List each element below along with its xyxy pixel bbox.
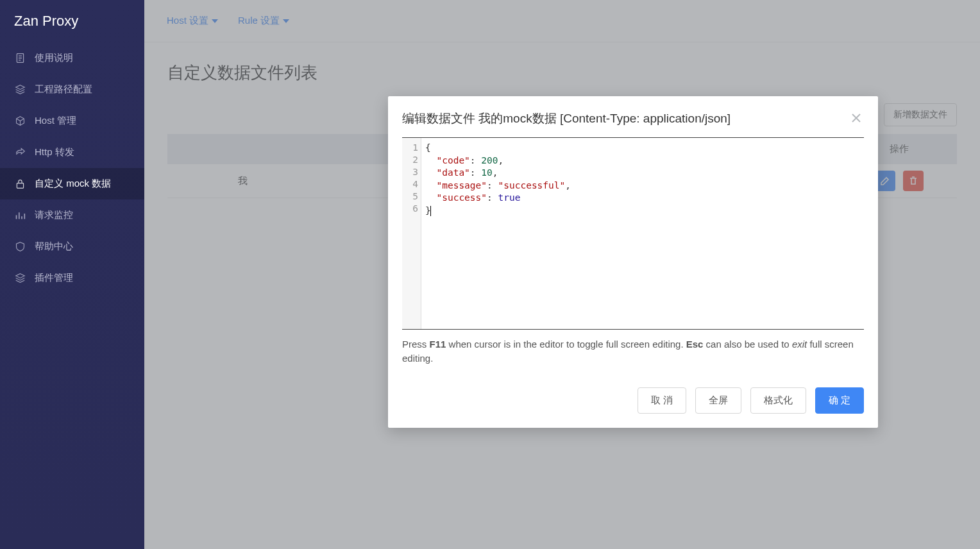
- modal-footer: 取 消 全屏 格式化 确 定: [402, 387, 864, 414]
- code-editor[interactable]: 123456 { "code": 200, "data": 10, "messa…: [402, 137, 864, 330]
- sidebar-nav: 使用说明工程路径配置Host 管理Http 转发自定义 mock 数据请求监控帮…: [0, 42, 144, 294]
- hint-text: when cursor is in the editor to toggle f…: [446, 339, 686, 350]
- modal-title: 编辑数据文件 我的mock数据 [Content-Type: applicati…: [402, 110, 731, 127]
- confirm-button[interactable]: 确 定: [815, 387, 864, 414]
- hint-esc: Esc: [686, 339, 704, 350]
- close-button[interactable]: [849, 110, 864, 126]
- sidebar-item-4[interactable]: 自定义 mock 数据: [0, 168, 144, 199]
- app-root: Zan Proxy 使用说明工程路径配置Host 管理Http 转发自定义 mo…: [0, 0, 980, 549]
- layers-icon: [14, 84, 26, 95]
- editor-hint: Press F11 when cursor is in the editor t…: [402, 337, 864, 366]
- sidebar-item-label: 自定义 mock 数据: [35, 178, 111, 190]
- shield-icon: [14, 241, 26, 252]
- close-icon: [850, 112, 863, 124]
- sidebar-item-label: Http 转发: [35, 146, 74, 158]
- doc-icon: [14, 53, 26, 63]
- modal-header: 编辑数据文件 我的mock数据 [Content-Type: applicati…: [402, 110, 864, 127]
- sidebar-item-label: 帮助中心: [35, 241, 73, 253]
- sidebar-item-label: 请求监控: [35, 209, 73, 221]
- sidebar-item-5[interactable]: 请求监控: [0, 199, 144, 231]
- sidebar-item-3[interactable]: Http 转发: [0, 137, 144, 168]
- sidebar-item-0[interactable]: 使用说明: [0, 42, 144, 74]
- hint-text: can also be used to: [703, 339, 791, 350]
- sidebar-item-label: 插件管理: [35, 272, 73, 284]
- hint-f11: F11: [430, 339, 446, 350]
- editor-code-area[interactable]: { "code": 200, "data": 10, "message": "s…: [421, 138, 864, 329]
- cube-icon: [14, 115, 26, 126]
- cancel-button[interactable]: 取 消: [638, 387, 686, 414]
- chart-icon: [14, 210, 26, 221]
- format-button[interactable]: 格式化: [750, 387, 806, 414]
- sidebar-item-label: Host 管理: [35, 115, 76, 127]
- sidebar-item-7[interactable]: 插件管理: [0, 262, 144, 294]
- editor-gutter: 123456: [402, 138, 421, 329]
- sidebar-item-1[interactable]: 工程路径配置: [0, 74, 144, 105]
- sidebar-item-6[interactable]: 帮助中心: [0, 231, 144, 262]
- lock-icon: [14, 178, 26, 189]
- forward-icon: [14, 147, 26, 158]
- sidebar-item-2[interactable]: Host 管理: [0, 105, 144, 137]
- layers-icon: [14, 273, 26, 283]
- sidebar-item-label: 工程路径配置: [35, 83, 92, 96]
- hint-text: Press: [402, 339, 430, 350]
- fullscreen-button[interactable]: 全屏: [695, 387, 741, 414]
- main-area: Host 设置 Rule 设置 自定义数据文件列表 新增数据文件 操作 我: [144, 0, 980, 549]
- svg-rect-1: [17, 183, 23, 189]
- sidebar-item-label: 使用说明: [35, 52, 73, 64]
- hint-exit: exit: [792, 339, 807, 350]
- sidebar: Zan Proxy 使用说明工程路径配置Host 管理Http 转发自定义 mo…: [0, 0, 144, 549]
- edit-data-modal: 编辑数据文件 我的mock数据 [Content-Type: applicati…: [388, 96, 878, 428]
- brand-title: Zan Proxy: [0, 0, 144, 42]
